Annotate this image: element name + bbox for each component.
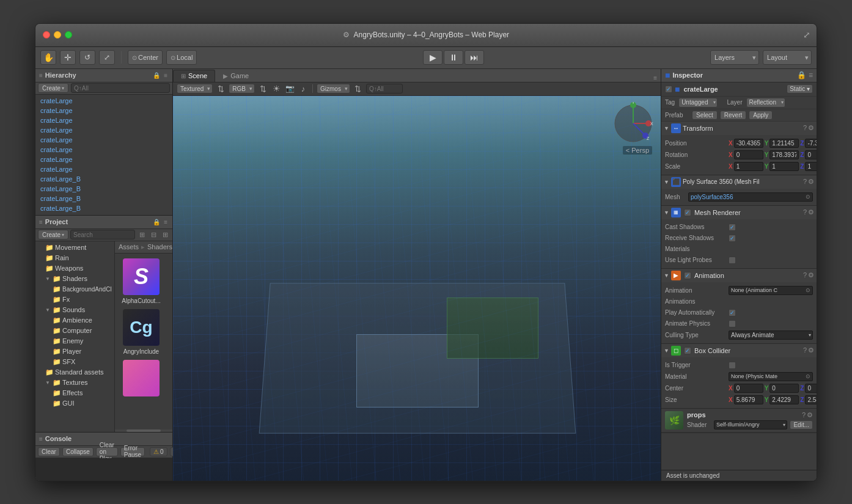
audio-icon[interactable]: ♪	[298, 84, 309, 93]
step-button[interactable]: ⏭	[465, 50, 484, 65]
cast-shadows-checkbox[interactable]: ✓	[729, 224, 736, 231]
box-collider-settings-btn[interactable]: ⚙	[808, 346, 814, 354]
rotation-z-input[interactable]	[805, 150, 817, 159]
play-automatically-checkbox[interactable]: ✓	[729, 309, 736, 316]
center-x-input[interactable]	[734, 384, 763, 393]
tree-item-weapons[interactable]: 📁 Weapons	[35, 263, 114, 274]
rotate-tool-button[interactable]: ↺	[79, 50, 95, 65]
scene-panel-menu-btn[interactable]: ≡	[652, 74, 658, 82]
prefab-apply-btn[interactable]: Apply	[749, 111, 773, 120]
size-z-input[interactable]	[805, 395, 817, 404]
pivot-button[interactable]: ⊙ Center	[128, 50, 163, 65]
tree-item-gui[interactable]: 📁 GUI	[35, 398, 114, 409]
tree-item-fx[interactable]: 📁 Fx	[35, 294, 114, 305]
size-y-input[interactable]	[769, 395, 799, 404]
tree-item-effects[interactable]: 📁 Effects	[35, 388, 114, 398]
gizmos-arrows-icon[interactable]: ⇅	[353, 84, 364, 93]
tree-item-sounds[interactable]: ▼ 📁 Sounds	[35, 305, 114, 315]
console-error-pause-btn[interactable]: Error Pause	[120, 447, 145, 456]
project-lock-btn[interactable]: 🔒	[152, 218, 161, 226]
hierarchy-create-btn[interactable]: Create ▾	[38, 83, 68, 93]
object-enabled-checkbox[interactable]: ✓	[665, 86, 672, 93]
project-menu-btn[interactable]: ≡	[163, 218, 169, 226]
list-item[interactable]: crateLarge	[35, 135, 172, 145]
inspector-menu-btn[interactable]: ≡	[809, 71, 813, 79]
project-filter1-icon[interactable]: ⊞	[137, 230, 147, 239]
layers-dropdown[interactable]: Layers	[710, 50, 759, 65]
tab-game[interactable]: ▶ Game	[215, 70, 257, 82]
box-collider-info-btn[interactable]: ?	[803, 346, 807, 354]
tree-item-standard-assets[interactable]: 📁 Standard assets	[35, 367, 114, 378]
mesh-filter-info-btn[interactable]: ?	[803, 178, 807, 186]
scale-tool-button[interactable]: ⤢	[99, 50, 115, 65]
asset-item-angryinclude[interactable]: Cg AngryInclude	[120, 309, 163, 355]
shader-edit-btn[interactable]: Edit...	[790, 420, 813, 429]
animation-info-btn[interactable]: ?	[803, 271, 807, 279]
hierarchy-search-input[interactable]	[71, 83, 170, 93]
layer-dropdown[interactable]: Reflection	[746, 98, 785, 108]
mesh-renderer-header[interactable]: ▼ ▦ ✓ Mesh Renderer ? ⚙	[661, 206, 817, 219]
animation-clip-field[interactable]: None (Animation C ⊙	[729, 286, 813, 295]
animation-enabled-checkbox[interactable]: ✓	[684, 272, 691, 279]
mesh-value-field[interactable]: polySurface356 ⊙	[688, 192, 813, 202]
position-z-input[interactable]	[805, 139, 817, 148]
culling-type-dropdown[interactable]: Always Animate	[729, 331, 813, 340]
mesh-renderer-enabled-checkbox[interactable]: ✓	[684, 209, 691, 216]
box-collider-header[interactable]: ▼ ◻ ✓ Box Collider ? ⚙	[661, 344, 817, 357]
use-light-probes-checkbox[interactable]	[729, 257, 736, 264]
list-item[interactable]: crateLarge	[35, 115, 172, 125]
space-button[interactable]: ⊙ Local	[166, 50, 197, 65]
tree-item-movement[interactable]: 📁 Movement	[35, 243, 114, 253]
center-z-input[interactable]	[805, 384, 817, 393]
tree-item-sfx[interactable]: 📁 SFX	[35, 357, 114, 367]
scale-x-input[interactable]	[734, 162, 763, 171]
receive-shadows-checkbox[interactable]: ✓	[729, 235, 736, 242]
list-item[interactable]: crateLarge	[35, 125, 172, 135]
list-item[interactable]: crateLarge	[35, 145, 172, 155]
play-button[interactable]: ▶	[423, 50, 443, 65]
props-info-btn[interactable]: ?	[802, 411, 806, 419]
prefab-select-btn[interactable]: Select	[692, 111, 718, 120]
color-space-dropdown[interactable]: RGB	[229, 84, 255, 93]
breadcrumb-assets[interactable]: Assets	[119, 243, 139, 250]
console-clear-on-play-btn[interactable]: Clear on Play	[96, 447, 118, 456]
asset-item-3[interactable]	[120, 360, 163, 399]
maximize-button[interactable]	[65, 31, 72, 38]
hand-tool-button[interactable]: ✋	[40, 50, 56, 65]
project-filter3-icon[interactable]: ⊞	[160, 230, 170, 239]
mesh-filter-settings-btn[interactable]: ⚙	[808, 178, 814, 186]
breadcrumb-shaders[interactable]: Shaders	[147, 243, 172, 250]
console-collapse-btn[interactable]: Collapse	[62, 447, 94, 456]
tree-item-shaders[interactable]: ▼ 📁 Shaders	[35, 274, 114, 284]
animate-physics-checkbox[interactable]	[729, 320, 736, 327]
position-y-input[interactable]	[769, 139, 799, 148]
tab-scene[interactable]: ⊞ Scene	[173, 70, 215, 82]
list-item[interactable]: crateLarge	[35, 106, 172, 115]
tree-item-enemy[interactable]: 📁 Enemy	[35, 336, 114, 346]
minimize-button[interactable]	[54, 31, 61, 38]
shading-arrows-icon[interactable]: ⇅	[215, 84, 226, 93]
transform-settings-btn[interactable]: ⚙	[808, 124, 814, 132]
mesh-renderer-settings-btn[interactable]: ⚙	[808, 208, 814, 216]
project-filter2-icon[interactable]: ⊟	[149, 230, 158, 239]
tag-dropdown[interactable]: Untagged	[678, 98, 717, 108]
resize-button[interactable]: ⤢	[803, 30, 810, 40]
is-trigger-checkbox[interactable]	[729, 362, 736, 369]
console-clear-btn[interactable]: Clear	[38, 447, 60, 456]
asset-item-alphacutout[interactable]: S AlphaCutout...	[120, 258, 163, 304]
size-x-input[interactable]	[734, 395, 763, 404]
transform-header[interactable]: ▼ ↔ Transform ? ⚙	[661, 122, 817, 135]
box-collider-enabled-checkbox[interactable]: ✓	[684, 347, 691, 354]
list-item[interactable]: crateLarge	[35, 164, 172, 174]
list-item[interactable]: crateLarge	[35, 155, 172, 164]
hierarchy-lock-btn[interactable]: 🔒	[152, 71, 161, 79]
tree-item-player[interactable]: 📁 Player	[35, 346, 114, 357]
gizmos-dropdown[interactable]: Gizmos	[317, 84, 350, 93]
static-dropdown[interactable]: Static	[787, 84, 813, 93]
rotation-y-input[interactable]	[769, 150, 799, 159]
transform-info-btn[interactable]: ?	[803, 124, 807, 132]
animation-settings-btn[interactable]: ⚙	[808, 271, 814, 279]
move-tool-button[interactable]: ✛	[60, 50, 76, 65]
project-create-btn[interactable]: Create ▾	[38, 230, 68, 239]
close-button[interactable]	[43, 31, 50, 38]
